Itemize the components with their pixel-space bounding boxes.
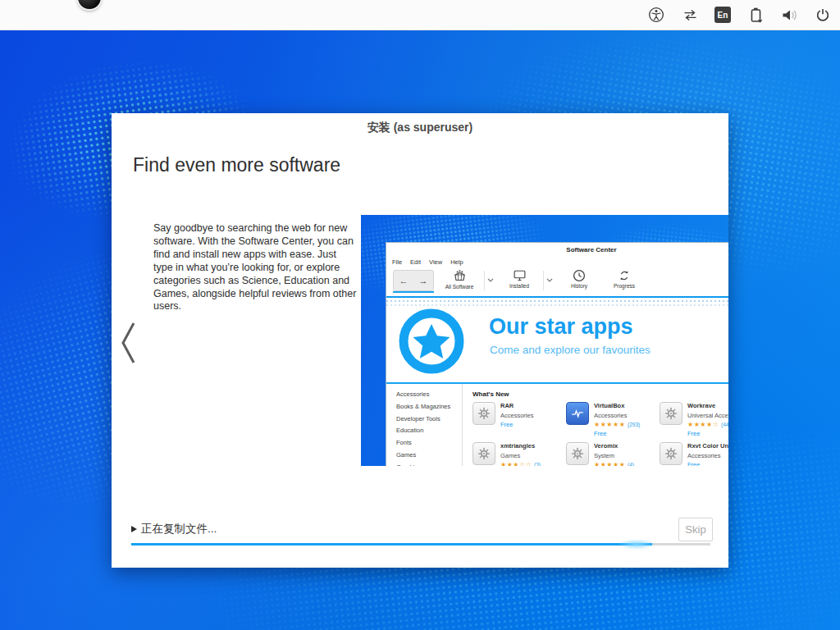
sc-window-title: Software Center: [566, 246, 616, 253]
app-tile: VeromixSystem★★★★★ (4): [566, 442, 656, 466]
app-star-rating: ★★★★☆ (44): [687, 421, 728, 428]
app-tile-info: RARAccessoriesFree: [500, 402, 533, 442]
app-rating-count: (3): [534, 462, 541, 466]
app-tile-info: VeromixSystem★★★★★ (4): [594, 442, 634, 466]
sc-category-item: Fonts: [386, 439, 462, 451]
generic-app-gear-icon: [472, 442, 495, 465]
toolbar-divider: [543, 271, 544, 290]
app-category: Accessories: [500, 412, 533, 419]
app-tile-grid: RARAccessoriesFreeVirtualBoxAccessories★…: [472, 402, 728, 466]
input-switch-icon[interactable]: [681, 6, 699, 24]
app-star-rating: ★★★★★ (293): [594, 421, 640, 428]
sc-tool-label: History: [571, 283, 587, 289]
sc-tool-progress: Progress: [601, 269, 647, 289]
app-tile: RARAccessoriesFree: [472, 402, 563, 442]
generic-app-gear-icon: [660, 442, 682, 465]
app-category: Universal Access: [687, 412, 728, 419]
sc-toolbar: ← → All Software: [386, 267, 728, 296]
app-name: RAR: [500, 402, 533, 409]
sc-menu-help: Help: [450, 258, 463, 266]
app-tile: Rxvt Color Unicode TAccessoriesFree: [660, 442, 728, 466]
app-rating-count: (293): [628, 422, 640, 427]
sc-menubar: FileEditViewHelp: [386, 257, 728, 267]
monitor-icon: [513, 269, 527, 282]
top-panel: En: [0, 0, 840, 30]
refresh-icon: [618, 269, 631, 282]
dotted-decoration: [386, 304, 728, 306]
slide-heading: Find even more software: [133, 154, 340, 176]
app-category: Accessories: [594, 412, 640, 419]
status-icon-tray: En: [647, 0, 832, 30]
sc-category-item: Accessories: [386, 390, 462, 403]
app-name: VirtualBox: [594, 402, 640, 409]
app-price: Free: [687, 430, 728, 437]
sc-tool-label: Installed: [509, 283, 529, 289]
progress-expander-row[interactable]: 正在复制文件...: [131, 522, 217, 536]
sc-category-item: Education: [386, 427, 462, 439]
sc-back-forward-group: ← →: [393, 270, 434, 291]
app-price: Free: [500, 421, 533, 428]
dialog-title: 安装 (as superuser): [112, 121, 728, 135]
dotted-decoration: [386, 300, 728, 302]
slide-screenshot: Software Center FileEditViewHelp ← →: [361, 215, 728, 466]
dropdown-caret-icon: [487, 276, 494, 284]
app-category: Games: [500, 452, 541, 459]
power-icon[interactable]: [814, 6, 832, 24]
sc-lower-section: AccessoriesBooks & MagazinesDeveloper To…: [386, 384, 728, 466]
sc-category-item: Books & Magazines: [386, 403, 462, 415]
app-tile-info: WorkraveUniversal Access★★★★☆ (44)Free: [687, 402, 728, 442]
slideshow-prev-button[interactable]: [119, 321, 137, 368]
app-category: Accessories: [687, 452, 728, 459]
software-box-icon: [453, 269, 467, 283]
star-badge-icon: [399, 308, 464, 376]
app-tile-info: xmtrianglesGames★★★☆☆ (3): [500, 442, 541, 466]
keyboard-layout-badge[interactable]: En: [714, 7, 731, 23]
sc-tool-installed: Installed: [496, 269, 542, 289]
app-tile-info: VirtualBoxAccessories★★★★★ (293)Free: [594, 402, 640, 442]
slide-body-text: Say goodbye to searching the web for new…: [153, 222, 357, 313]
app-price: Free: [594, 430, 640, 437]
whats-new-heading: What's New: [472, 390, 728, 398]
app-rating-count: (4): [628, 462, 634, 466]
sc-menu-view: View: [429, 258, 442, 266]
sc-menu-file: File: [392, 258, 402, 266]
progress-bar-fill: [131, 543, 652, 546]
accessibility-icon[interactable]: [647, 6, 665, 24]
volume-icon[interactable]: [780, 6, 798, 24]
app-name: Rxvt Color Unicode T: [687, 442, 728, 450]
sc-category-item: Games: [386, 451, 462, 463]
forward-arrow-icon: →: [419, 276, 428, 285]
app-star-rating: ★★★★★ (4): [594, 461, 634, 466]
virtualbox-app-icon: [566, 402, 589, 425]
installer-dialog: 安装 (as superuser) Find even more softwar…: [112, 113, 728, 568]
black-circle-indicator: [78, 0, 101, 9]
expander-triangle-icon: [131, 526, 137, 532]
app-name: Veromix: [594, 442, 634, 450]
chevron-left-icon: [119, 321, 137, 365]
sc-category-list: AccessoriesBooks & MagazinesDeveloper To…: [386, 384, 463, 466]
sc-tool-history: History: [556, 269, 602, 289]
generic-app-gear-icon: [660, 402, 682, 425]
generic-app-gear-icon: [472, 402, 495, 425]
app-category: System: [594, 452, 634, 459]
battery-icon[interactable]: [746, 6, 765, 24]
screen: En: [0, 0, 840, 630]
app-tile: VirtualBoxAccessories★★★★★ (293)Free: [566, 402, 656, 442]
sc-menu-edit: Edit: [410, 258, 421, 266]
app-tile: WorkraveUniversal Access★★★★☆ (44)Free: [660, 402, 728, 442]
app-tile-info: Rxvt Color Unicode TAccessoriesFree: [687, 442, 728, 466]
app-rating-count: (44): [721, 422, 728, 427]
back-arrow-icon: ←: [399, 276, 409, 285]
sc-active-underline: [393, 291, 434, 293]
skip-button[interactable]: Skip: [678, 518, 713, 541]
dropdown-caret-icon: [546, 276, 553, 284]
app-price: Free: [687, 461, 728, 466]
sc-whats-new-panel: What's New RARAccessoriesFreeVirtualBoxA…: [463, 384, 728, 466]
app-name: Workrave: [687, 402, 728, 409]
sc-tool-label: All Software: [445, 284, 474, 290]
software-center-window: Software Center FileEditViewHelp ← →: [386, 242, 728, 466]
sc-category-item: Graphics: [386, 463, 462, 466]
sc-category-item: Developer Tools: [386, 415, 462, 427]
progress-bar: [131, 543, 710, 546]
banner-subtitle: Come and explore our favourites: [490, 344, 651, 356]
